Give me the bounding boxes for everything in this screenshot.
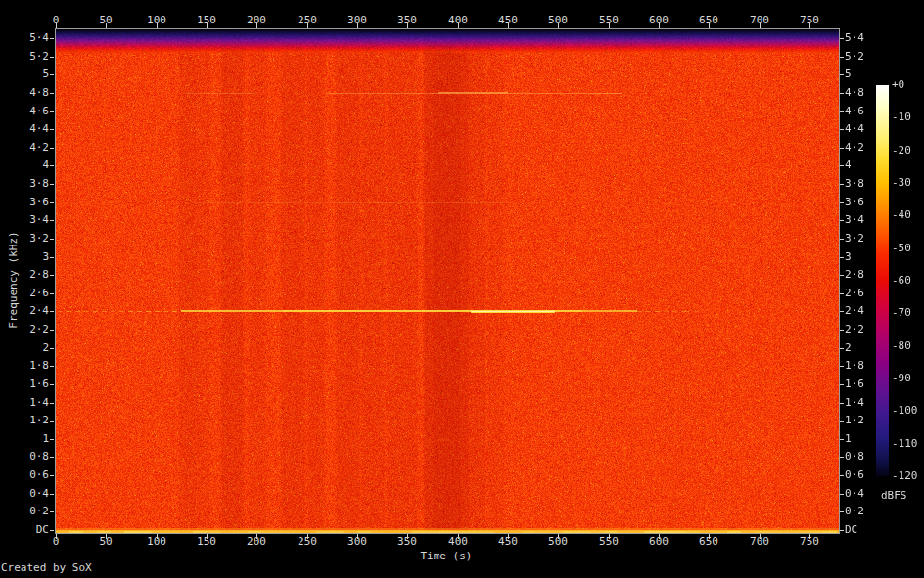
freq-tick-mark-left bbox=[50, 403, 54, 404]
freq-tick-mark-right bbox=[840, 165, 844, 166]
freq-tick-mark-left bbox=[50, 384, 54, 385]
freq-tick-mark-left bbox=[50, 511, 54, 512]
freq-tick-mark-left bbox=[50, 129, 54, 130]
freq-tick-mark-left bbox=[50, 257, 54, 258]
time-tick-mark-bottom bbox=[207, 534, 208, 539]
freq-tick-mark-left bbox=[50, 330, 54, 331]
freq-tick-label-right: 5·2 bbox=[845, 51, 864, 63]
freq-tick-label-right: 4·4 bbox=[845, 123, 864, 135]
freq-tick-label-right: 5·4 bbox=[845, 32, 864, 44]
time-tick-mark-bottom bbox=[157, 534, 158, 539]
colorbar-unit-label: dBFS bbox=[881, 490, 907, 502]
freq-tick-mark-right bbox=[840, 457, 844, 458]
freq-tick-mark-right bbox=[840, 148, 844, 149]
time-tick-mark-bottom bbox=[609, 534, 610, 539]
time-tick-mark-top bbox=[357, 23, 358, 28]
freq-tick-label-right: 1·8 bbox=[845, 360, 864, 372]
freq-tick-mark-left bbox=[50, 311, 54, 312]
freq-tick-label-right: 4 bbox=[845, 159, 852, 171]
time-tick-mark-bottom bbox=[558, 534, 559, 539]
colorbar-tick-label: -80 bbox=[892, 340, 911, 352]
freq-tick-mark-right bbox=[840, 421, 844, 422]
time-tick-mark-top bbox=[106, 23, 107, 28]
freq-tick-mark-right bbox=[840, 57, 844, 58]
freq-tick-label-right: 1·6 bbox=[845, 378, 864, 390]
time-tick-mark-top bbox=[760, 23, 761, 28]
freq-tick-mark-left bbox=[50, 348, 54, 349]
freq-tick-mark-right bbox=[840, 439, 844, 440]
freq-tick-mark-left bbox=[50, 530, 54, 531]
freq-tick-mark-left bbox=[50, 457, 54, 458]
time-tick-mark-top bbox=[659, 23, 660, 28]
freq-tick-label-right: 0·4 bbox=[845, 488, 864, 500]
freq-tick-mark-right bbox=[840, 74, 844, 75]
freq-tick-label-right: 3·8 bbox=[845, 178, 864, 190]
freq-tick-mark-left bbox=[50, 220, 54, 221]
freq-tick-mark-left bbox=[50, 475, 54, 476]
freq-tick-label-right: 1·4 bbox=[845, 397, 864, 409]
time-tick-mark-top bbox=[157, 23, 158, 28]
freq-tick-label-right: 2·8 bbox=[845, 269, 864, 281]
colorbar-tick-label: -30 bbox=[892, 177, 911, 189]
freq-tick-label-right: 4·8 bbox=[845, 87, 864, 99]
colorbar-tick-label: -50 bbox=[892, 243, 911, 254]
time-tick-mark-bottom bbox=[809, 534, 810, 539]
time-tick-mark-bottom bbox=[56, 534, 57, 539]
freq-tick-mark-right bbox=[840, 257, 844, 258]
freq-tick-label-right: 1·2 bbox=[845, 415, 864, 426]
freq-tick-mark-right bbox=[840, 220, 844, 221]
freq-tick-mark-right bbox=[840, 475, 844, 476]
freq-tick-mark-left bbox=[50, 93, 54, 94]
freq-tick-label-right: 3·2 bbox=[845, 233, 864, 245]
freq-tick-mark-right bbox=[840, 494, 844, 495]
freq-tick-mark-right bbox=[840, 93, 844, 94]
time-tick-mark-bottom bbox=[307, 534, 308, 539]
freq-tick-mark-right bbox=[840, 348, 844, 349]
freq-tick-mark-left bbox=[50, 275, 54, 276]
freq-tick-mark-left bbox=[50, 148, 54, 149]
colorbar-tick-label: -70 bbox=[892, 307, 911, 319]
freq-tick-mark-right bbox=[840, 202, 844, 203]
colorbar bbox=[876, 85, 889, 476]
time-tick-mark-top bbox=[407, 23, 408, 28]
freq-tick-mark-left bbox=[50, 366, 54, 367]
freq-tick-label-right: 3·6 bbox=[845, 197, 864, 208]
x-axis-label: Time (s) bbox=[388, 551, 505, 562]
freq-tick-mark-left bbox=[50, 421, 54, 422]
time-tick-mark-bottom bbox=[357, 534, 358, 539]
time-tick-mark-top bbox=[458, 23, 459, 28]
spectrogram-canvas bbox=[56, 29, 839, 533]
freq-tick-label-right: 4·2 bbox=[845, 142, 864, 154]
freq-tick-label-right: 0·2 bbox=[845, 506, 864, 517]
time-tick-mark-top bbox=[307, 23, 308, 28]
time-tick-mark-bottom bbox=[458, 534, 459, 539]
colorbar-tick-label: -90 bbox=[892, 373, 911, 384]
freq-tick-label-right: 5 bbox=[845, 68, 852, 80]
freq-tick-label-right: 0·8 bbox=[845, 451, 864, 463]
colorbar-tick-label: -60 bbox=[892, 275, 911, 287]
freq-tick-mark-right bbox=[840, 275, 844, 276]
time-tick-mark-top bbox=[508, 23, 509, 28]
freq-tick-mark-right bbox=[840, 129, 844, 130]
freq-tick-mark-left bbox=[50, 165, 54, 166]
time-tick-mark-top bbox=[558, 23, 559, 28]
freq-tick-mark-right bbox=[840, 184, 844, 185]
freq-tick-label-right: 3·4 bbox=[845, 214, 864, 226]
freq-tick-label-right: 2·2 bbox=[845, 324, 864, 335]
freq-tick-mark-left bbox=[50, 111, 54, 112]
freq-tick-label-right: 2·4 bbox=[845, 305, 864, 317]
freq-tick-mark-right bbox=[840, 530, 844, 531]
freq-tick-label-right: DC bbox=[845, 524, 857, 536]
time-tick-mark-top bbox=[609, 23, 610, 28]
time-tick-mark-bottom bbox=[508, 534, 509, 539]
freq-tick-mark-left bbox=[50, 57, 54, 58]
freq-tick-mark-right bbox=[840, 293, 844, 294]
colorbar-tick-label: -20 bbox=[892, 145, 911, 156]
time-tick-mark-bottom bbox=[760, 534, 761, 539]
freq-tick-mark-left bbox=[50, 202, 54, 203]
freq-tick-mark-right bbox=[840, 111, 844, 112]
time-tick-mark-bottom bbox=[106, 534, 107, 539]
freq-tick-label-right: 2 bbox=[845, 342, 852, 354]
time-tick-mark-bottom bbox=[407, 534, 408, 539]
time-tick-mark-bottom bbox=[659, 534, 660, 539]
